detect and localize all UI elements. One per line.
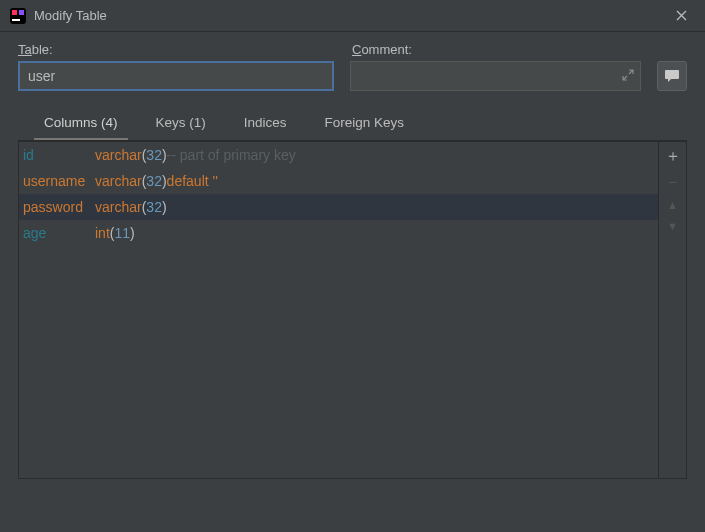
column-name: password (23, 199, 95, 215)
window-title: Modify Table (34, 8, 107, 23)
column-row[interactable]: password varchar(32) (19, 194, 658, 220)
columns-list: id varchar(32) -- part of primary key us… (19, 142, 658, 478)
list-toolbar: ＋ － ▲ ▼ (658, 142, 686, 478)
column-size: 32 (146, 147, 162, 163)
comment-button[interactable] (657, 61, 687, 91)
column-row[interactable]: id varchar(32) -- part of primary key (19, 142, 658, 168)
tab-foreign-keys[interactable]: Foreign Keys (315, 109, 415, 140)
remove-button[interactable]: － (665, 174, 681, 190)
app-icon (10, 8, 26, 24)
titlebar: Modify Table (0, 0, 705, 32)
add-button[interactable]: ＋ (665, 148, 681, 164)
column-hint: -- part of primary key (167, 147, 296, 163)
move-down-button[interactable]: ▼ (667, 221, 678, 232)
column-size: 32 (146, 199, 162, 215)
column-row[interactable]: age int(11) (19, 220, 658, 246)
column-type: int (95, 225, 110, 241)
column-type: varchar (95, 199, 142, 215)
expand-icon[interactable] (622, 69, 634, 84)
column-type: varchar (95, 173, 142, 189)
close-icon[interactable] (668, 4, 695, 28)
svg-rect-2 (19, 10, 24, 15)
move-up-button[interactable]: ▲ (667, 200, 678, 211)
comment-label: Comment: (352, 42, 687, 57)
column-default: default '' (167, 173, 218, 189)
tab-indices[interactable]: Indices (234, 109, 297, 140)
tab-columns[interactable]: Columns (4) (34, 109, 128, 140)
svg-rect-3 (12, 19, 20, 21)
table-label: Table: (18, 42, 334, 57)
tabs: Columns (4) Keys (1) Indices Foreign Key… (18, 109, 687, 141)
column-size: 11 (114, 225, 130, 241)
comment-input[interactable] (350, 61, 641, 91)
column-name: username (23, 173, 95, 189)
column-type: varchar (95, 147, 142, 163)
column-size: 32 (146, 173, 162, 189)
column-name: age (23, 225, 95, 241)
svg-rect-1 (12, 10, 17, 15)
column-name: id (23, 147, 95, 163)
table-name-input[interactable] (18, 61, 334, 91)
tab-keys[interactable]: Keys (1) (146, 109, 216, 140)
column-row[interactable]: username varchar(32) default '' (19, 168, 658, 194)
